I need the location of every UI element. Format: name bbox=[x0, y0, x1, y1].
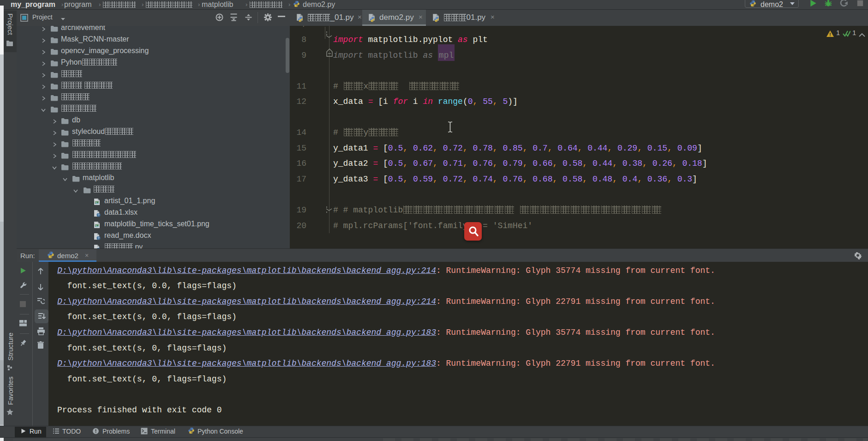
svg-text:?: ? bbox=[98, 236, 100, 240]
svg-text:?: ? bbox=[98, 213, 100, 217]
